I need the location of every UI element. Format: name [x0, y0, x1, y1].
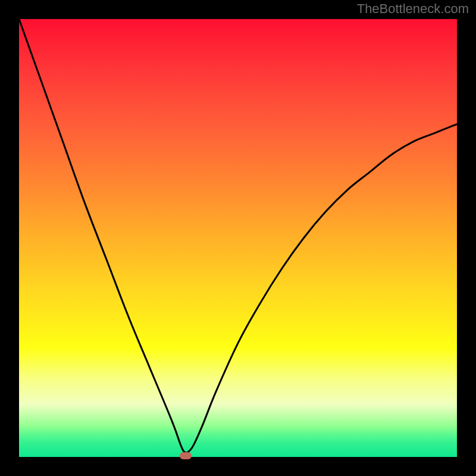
bottleneck-curve — [19, 19, 457, 457]
optimal-point-marker — [180, 452, 192, 459]
curve-line — [19, 19, 457, 453]
watermark-text: TheBottleneck.com — [357, 1, 469, 17]
chart-plot-area — [19, 19, 457, 457]
